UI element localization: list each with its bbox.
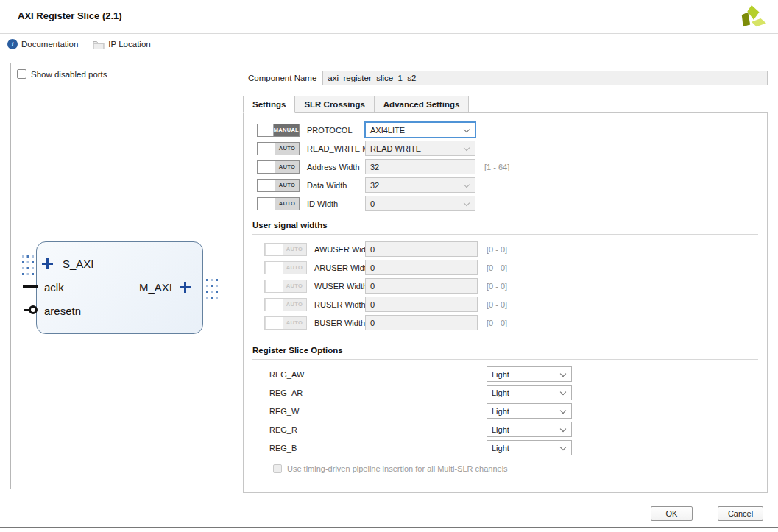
parameter-select[interactable]: Light	[487, 403, 572, 419]
register-slice-options-section-header: Register Slice Options	[252, 343, 758, 360]
toggle-handle	[265, 280, 283, 292]
chevron-down-icon	[464, 145, 470, 151]
parameter-row: AUTORUSER Width0[0 - 0]	[244, 295, 767, 313]
parameter-row: AUTOAddress Width32[1 - 64]	[244, 157, 767, 176]
parameter-row: AUTOREAD_WRITE ModeREAD WRITE	[244, 139, 767, 157]
parameter-label: ARUSER Width	[314, 263, 365, 272]
port-s-axi[interactable]: S_AXI	[42, 258, 94, 270]
expand-plus-icon[interactable]	[180, 282, 191, 293]
chevron-down-icon	[560, 389, 566, 395]
range-hint: [0 - 0]	[487, 245, 507, 254]
parameter-input[interactable]: 0	[365, 297, 478, 312]
chevron-down-icon	[464, 182, 470, 188]
cancel-button[interactable]: Cancel	[718, 506, 763, 521]
port-m-axi[interactable]: M_AXI	[139, 281, 191, 294]
parameter-select[interactable]: Light	[487, 385, 572, 400]
parameter-row: AUTOID Width0	[244, 194, 767, 213]
settings-tab-content: MANUALPROTOCOLAXI4LITEAUTOREAD_WRITE Mod…	[243, 113, 768, 493]
parameter-value: AXI4LITE	[370, 126, 405, 135]
toggle-handle	[258, 143, 275, 155]
user-signal-widths-section-header: User signal widths	[252, 218, 758, 235]
clock-pin-stub	[23, 285, 38, 288]
parameter-value: 0	[370, 282, 375, 291]
ip-block-symbol[interactable]: S_AXI aclk aresetn M_AXI	[36, 241, 203, 334]
parameter-input[interactable]: 32	[365, 159, 475, 174]
parameter-value: READ WRITE	[370, 144, 421, 153]
toggle-state-label: AUTO	[283, 299, 306, 311]
expand-plus-icon[interactable]	[42, 258, 53, 269]
tab-settings[interactable]: Settings	[243, 96, 295, 113]
parameter-value: 32	[370, 163, 379, 171]
ip-customization-dialog: AXI Register Slice (2.1) i Documentation…	[0, 0, 778, 532]
auto-manual-toggle: AUTO	[264, 316, 307, 330]
timing-driven-pipeline-checkbox[interactable]	[273, 464, 282, 473]
auto-manual-toggle[interactable]: AUTO	[257, 179, 300, 192]
parameter-select[interactable]: Light	[487, 422, 572, 437]
toggle-state-label: AUTO	[283, 244, 306, 255]
auto-manual-toggle: AUTO	[264, 280, 307, 293]
chevron-down-icon	[464, 127, 470, 132]
toggle-handle	[265, 244, 283, 255]
parameter-select[interactable]: 32	[365, 177, 475, 193]
component-name-field[interactable]: axi_register_slice_1_s2	[322, 71, 768, 85]
documentation-label: Documentation	[21, 40, 78, 49]
parameter-label: RUSER Width	[314, 300, 365, 309]
port-aresetn[interactable]: aresetn	[44, 305, 81, 317]
auto-manual-toggle: AUTO	[264, 243, 307, 256]
parameter-row: AUTOData Width32	[244, 176, 767, 194]
ip-location-button[interactable]: IP Location	[93, 40, 150, 49]
parameter-select[interactable]: Light	[487, 366, 572, 382]
tab-advanced-settings[interactable]: Advanced Settings	[375, 96, 470, 112]
parameter-select[interactable]: Light	[487, 440, 572, 455]
parameter-value: 0	[370, 263, 375, 272]
range-hint: [1 - 64]	[484, 163, 509, 171]
folder-icon	[93, 40, 105, 49]
parameter-row: REG_AWLight	[244, 365, 767, 383]
range-hint: [0 - 0]	[487, 282, 507, 291]
ip-location-label: IP Location	[108, 40, 150, 49]
port-aclk[interactable]: aclk	[44, 281, 64, 294]
tab-slr-crossings[interactable]: SLR Crossings	[295, 96, 374, 112]
parameter-row: AUTOARUSER Width0[0 - 0]	[244, 258, 767, 277]
parameter-row: AUTOWUSER Width0[0 - 0]	[244, 277, 767, 295]
parameter-label: READ_WRITE Mode	[307, 144, 365, 153]
auto-manual-toggle[interactable]: AUTO	[257, 197, 300, 210]
parameter-value: 0	[370, 300, 375, 309]
ok-button[interactable]: OK	[651, 506, 693, 521]
parameter-label: REG_W	[269, 407, 487, 416]
show-disabled-ports-checkbox[interactable]	[17, 69, 26, 79]
auto-manual-toggle[interactable]: AUTO	[257, 160, 300, 174]
parameter-row: AUTOBUSER Width0[0 - 0]	[244, 313, 767, 332]
auto-manual-toggle[interactable]: MANUAL	[257, 124, 300, 137]
info-icon: i	[7, 39, 18, 49]
toggle-state-label: AUTO	[275, 143, 299, 155]
dialog-toolbar: i Documentation IP Location	[0, 35, 778, 54]
parameter-row: REG_RLight	[244, 420, 767, 439]
parameter-select[interactable]: 0	[365, 196, 475, 211]
parameter-value: Light	[492, 370, 509, 379]
parameter-select[interactable]: AXI4LITE	[365, 122, 475, 138]
parameter-input[interactable]: 0	[365, 278, 478, 294]
auto-manual-toggle[interactable]: AUTO	[257, 142, 300, 155]
parameter-value: 0	[370, 319, 375, 327]
toggle-handle	[265, 299, 283, 311]
parameter-input[interactable]: 0	[365, 315, 478, 330]
parameter-value: 0	[370, 245, 375, 254]
parameter-input[interactable]: 0	[365, 260, 478, 275]
documentation-button[interactable]: i Documentation	[7, 39, 78, 49]
parameter-value: 0	[370, 199, 375, 208]
parameter-select[interactable]: READ WRITE	[365, 141, 475, 156]
parameter-label: BUSER Width	[314, 319, 365, 327]
show-disabled-ports-label: Show disabled ports	[31, 70, 107, 79]
range-hint: [0 - 0]	[487, 263, 507, 272]
chevron-down-icon	[464, 200, 470, 206]
parameter-input[interactable]: 0	[365, 241, 478, 257]
window-bottom-edge	[0, 527, 778, 528]
parameter-label: REG_B	[269, 444, 487, 453]
toggle-handle	[258, 198, 275, 210]
parameter-value: Light	[492, 425, 509, 434]
toggle-handle	[258, 124, 274, 136]
parameter-label: AWUSER Width	[314, 245, 365, 254]
timing-driven-pipeline-label: Use timing-driven pipeline insertion for…	[287, 464, 508, 473]
component-name-row: Component Name axi_register_slice_1_s2	[248, 70, 768, 85]
